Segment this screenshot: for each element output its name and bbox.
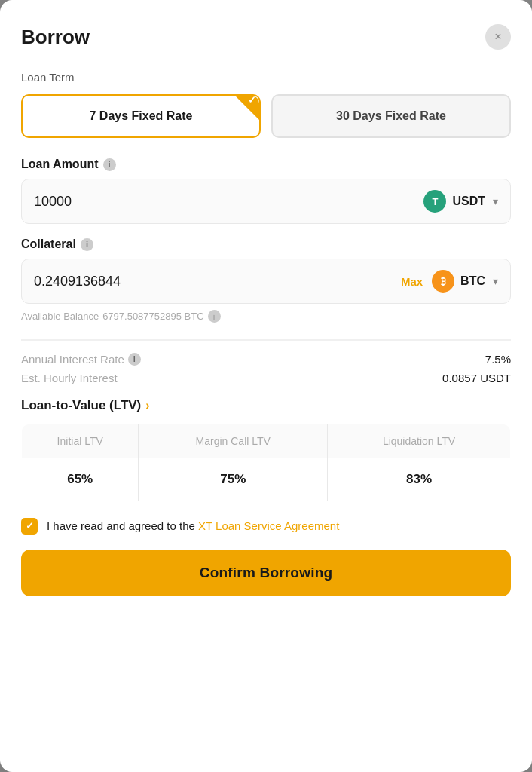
borrow-modal: Borrow × Loan Term 7 Days Fixed Rate 30 … [0,0,532,772]
collateral-chevron-icon: ▾ [493,275,498,287]
confirm-borrowing-button[interactable]: Confirm Borrowing [21,550,511,596]
loan-amount-currency-selector[interactable]: T USDT ▾ [423,190,498,213]
collateral-label: Collateral i [21,237,511,251]
loan-amount-info-icon[interactable]: i [103,158,116,171]
modal-header: Borrow × [21,24,511,50]
ltv-val-margin: 75% [139,458,328,501]
divider-1 [21,339,511,341]
ltv-header[interactable]: Loan-to-Value (LTV) › [21,398,511,413]
annual-interest-rate-row: Annual Interest Rate i 7.5% [21,353,511,366]
loan-amount-value: 10000 [34,194,423,210]
loan-amount-input-row: 10000 T USDT ▾ [21,179,511,224]
ltv-col-liquidation: Liquidation LTV [328,424,511,458]
available-balance-info-icon[interactable]: i [208,310,221,323]
collateral-input-row: 0.2409136844 Max ₿ BTC ▾ [21,259,511,304]
close-button[interactable]: × [485,24,511,50]
est-hourly-value: 0.0857 USDT [442,372,511,384]
est-hourly-label: Est. Hourly Interest [21,372,118,384]
collateral-currency-name: BTC [460,274,485,288]
loan-term-options: 7 Days Fixed Rate 30 Days Fixed Rate [21,94,511,138]
agreement-link[interactable]: XT Loan Service Agreement [198,519,339,532]
available-balance-row: Available Balance 6797.5087752895 BTC i [21,310,511,323]
usdt-icon: T [423,190,446,213]
agreement-text: I have read and agreed to the XT Loan Se… [47,519,339,532]
ltv-val-liquidation: 83% [328,458,511,501]
loan-amount-label: Loan Amount i [21,158,511,171]
modal-title: Borrow [21,26,90,49]
agreement-row: ✓ I have read and agreed to the XT Loan … [21,518,511,535]
checkmark-icon [235,96,259,120]
collateral-value: 0.2409136844 [34,274,401,290]
ltv-arrow-icon: › [145,399,149,412]
annual-interest-rate-label: Annual Interest Rate i [21,353,141,366]
annual-interest-rate-value: 7.5% [485,353,511,366]
ltv-col-initial: Initial LTV [22,424,139,458]
collateral-currency-selector[interactable]: ₿ BTC ▾ [432,270,498,293]
est-hourly-interest-row: Est. Hourly Interest 0.0857 USDT [21,372,511,384]
ltv-val-initial: 65% [22,458,139,501]
ltv-table: Initial LTV Margin Call LTV Liquidation … [21,424,511,501]
btc-icon: ₿ [432,270,454,293]
ltv-col-margin: Margin Call LTV [139,424,328,458]
checkbox-check-icon: ✓ [26,520,34,532]
term-7day-button[interactable]: 7 Days Fixed Rate [21,94,261,138]
loan-amount-currency-name: USDT [452,195,485,208]
collateral-info-icon[interactable]: i [81,238,93,251]
loan-term-label: Loan Term [21,71,511,84]
agreement-checkbox[interactable]: ✓ [21,518,38,535]
close-icon: × [494,30,501,44]
max-button[interactable]: Max [401,275,423,288]
term-30day-button[interactable]: 30 Days Fixed Rate [271,94,511,138]
loan-amount-chevron-icon: ▾ [493,195,498,207]
annual-rate-info-icon[interactable]: i [128,353,141,366]
